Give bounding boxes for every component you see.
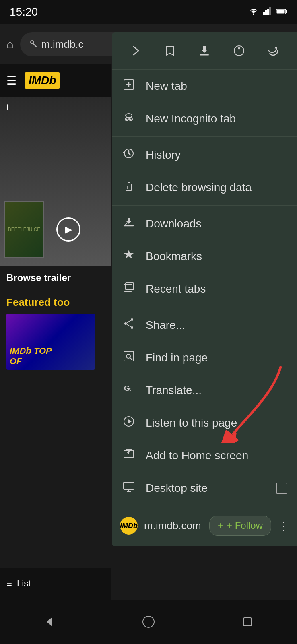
recent-tabs-item[interactable]: Recent tabs	[112, 272, 297, 305]
featured-title: Featured too	[6, 296, 104, 309]
svg-rect-44	[124, 482, 134, 489]
svg-rect-3	[269, 7, 271, 15]
share-icon	[122, 318, 136, 332]
imdb-top-text: IMDb TOP	[10, 346, 52, 356]
downloads-label: Downloads	[146, 217, 287, 230]
add-home-icon	[122, 448, 136, 463]
listen-item[interactable]: Listen to this page	[112, 407, 297, 439]
svg-marker-50	[47, 617, 52, 627]
delete-icon	[122, 180, 136, 195]
svg-rect-22	[126, 184, 132, 190]
svg-rect-2	[267, 9, 269, 15]
svg-point-19	[126, 119, 128, 120]
home-button[interactable]	[132, 606, 165, 638]
svg-point-33	[124, 322, 127, 325]
imdb-logo: IMDb	[25, 72, 60, 89]
listen-icon	[122, 415, 136, 430]
divider-4	[112, 506, 297, 506]
history-label: History	[146, 149, 287, 161]
new-incognito-item[interactable]: New Incognito tab	[112, 102, 297, 135]
downloads-icon	[122, 216, 136, 231]
downloads-item[interactable]: Downloads	[112, 207, 297, 240]
svg-point-20	[130, 119, 132, 120]
site-logo: IMDb	[120, 517, 138, 535]
history-item[interactable]: History	[112, 138, 297, 171]
svg-rect-5	[286, 10, 287, 13]
bookmark-button[interactable]	[159, 40, 180, 61]
imdb-of-text: OF	[10, 356, 52, 367]
recent-tabs-label: Recent tabs	[146, 283, 287, 295]
svg-marker-42	[128, 419, 132, 424]
battery-icon	[276, 7, 287, 17]
status-icons	[248, 6, 287, 18]
svg-marker-28	[124, 250, 134, 258]
signal-icon	[263, 6, 272, 18]
movie-section: + BEETLEJUICE ▶	[0, 97, 111, 266]
refresh-button[interactable]	[263, 40, 284, 61]
share-item[interactable]: Share...	[112, 309, 297, 341]
svg-rect-6	[277, 10, 285, 14]
add-icon: +	[4, 101, 10, 114]
download-button[interactable]	[194, 40, 215, 61]
more-button[interactable]: ⋮	[278, 519, 289, 533]
svg-point-16	[126, 114, 132, 118]
dropdown-menu: New tab New Incognito tab History	[112, 32, 297, 546]
home-icon[interactable]: ⌂	[6, 37, 14, 51]
url-text: m.imdb.c	[41, 38, 83, 51]
movie-thumbnail: BEETLEJUICE	[4, 201, 44, 258]
divider-3	[112, 307, 297, 307]
svg-line-34	[127, 320, 131, 323]
back-button[interactable]	[33, 606, 66, 638]
featured-section: Featured too IMDb TOP OF	[0, 290, 111, 376]
bookmarks-item[interactable]: Bookmarks	[112, 240, 297, 272]
svg-rect-0	[263, 12, 265, 15]
listen-label: Listen to this page	[146, 417, 287, 429]
list-label: List	[17, 578, 31, 589]
page-background: ☰ IMDb + BEETLEJUICE ▶ Browse trailer Fe…	[0, 64, 111, 600]
page-bottom-bar: ≡ List	[0, 568, 111, 600]
delete-browsing-label: Delete browsing data	[146, 181, 287, 194]
add-home-item[interactable]: Add to Home screen	[112, 439, 297, 472]
url-security-icon	[28, 39, 37, 50]
svg-point-32	[131, 326, 133, 329]
new-tab-label: New tab	[146, 80, 287, 93]
translate-item[interactable]: G x Translate...	[112, 374, 297, 407]
new-tab-item[interactable]: New tab	[112, 70, 297, 102]
info-button[interactable]	[229, 40, 250, 61]
svg-rect-1	[265, 10, 267, 15]
follow-label: + Follow	[227, 520, 263, 531]
svg-rect-9	[200, 54, 209, 56]
desktop-site-item[interactable]: Desktop site	[112, 472, 297, 504]
recents-button[interactable]	[231, 606, 264, 638]
play-button[interactable]: ▶	[56, 217, 80, 242]
find-in-page-icon	[122, 350, 136, 365]
svg-text:x: x	[128, 386, 131, 392]
page-content: + BEETLEJUICE ▶ Browse trailer Featured …	[0, 97, 111, 600]
desktop-site-checkbox[interactable]	[276, 483, 287, 494]
list-icon: ≡	[6, 578, 12, 589]
translate-icon: G x	[122, 383, 136, 398]
incognito-label: New Incognito tab	[146, 112, 287, 125]
follow-button[interactable]: + + Follow	[209, 516, 271, 536]
incognito-icon	[122, 111, 136, 126]
find-in-page-label: Find in page	[146, 351, 287, 364]
nav-bar	[0, 600, 297, 644]
desktop-site-label: Desktop site	[146, 482, 266, 495]
featured-image: IMDb TOP OF	[6, 314, 95, 370]
follow-plus-icon: +	[218, 520, 223, 531]
history-icon	[122, 147, 136, 162]
find-in-page-item[interactable]: Find in page	[112, 341, 297, 374]
svg-point-12	[238, 48, 239, 49]
dropdown-toolbar	[112, 32, 297, 70]
divider-2	[112, 205, 297, 206]
follow-bar: IMDb m.imdb.com + + Follow ⋮	[112, 508, 297, 543]
bookmarks-label: Bookmarks	[146, 250, 287, 263]
divider-1	[112, 136, 297, 137]
status-bar: 15:20	[0, 0, 297, 24]
share-label: Share...	[146, 319, 287, 332]
wifi-icon	[248, 6, 259, 18]
delete-browsing-item[interactable]: Delete browsing data	[112, 171, 297, 204]
forward-button[interactable]	[125, 40, 146, 61]
desktop-icon	[122, 481, 136, 495]
translate-label: Translate...	[146, 384, 287, 397]
